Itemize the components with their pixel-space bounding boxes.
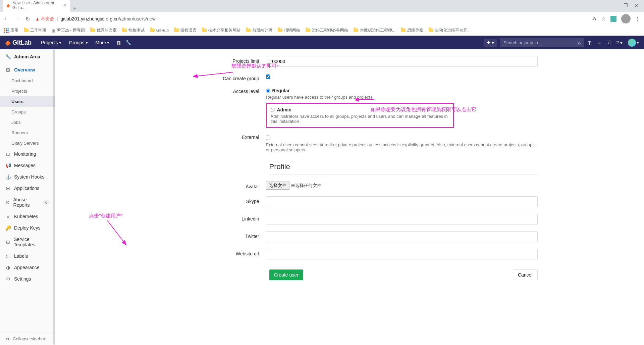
sidebar-item-appearance[interactable]: ◑Appearance [0,262,55,273]
count-badge: 0 [43,200,50,204]
tab-close-icon[interactable]: × [64,3,66,8]
scrollbar[interactable] [53,49,55,345]
sidebar-item-gitaly[interactable]: Gitaly Servers [0,138,55,148]
skype-input[interactable] [266,196,538,207]
abuse-icon: ⊘ [5,200,10,205]
main-content: Projects limit Can create group Access l… [55,49,644,345]
bookmark-item[interactable]: 思维导图 [401,28,423,33]
bookmark-item[interactable]: 优秀的文章 [90,28,117,33]
sidebar-item-service-templates[interactable]: ⊟Service Templates [0,234,55,250]
star-icon[interactable]: ☆ [601,16,606,21]
access-regular-radio[interactable] [266,89,270,93]
nav-groups[interactable]: Groups▾ [66,39,90,47]
bookmark-item[interactable]: 前后端分离 [246,28,272,33]
bookmark-item[interactable]: 运维工程师必备网站 [306,28,348,33]
sidebar-header: 🔧 Admin Area [0,49,55,64]
bookmark-item[interactable]: 工作常用 [24,28,46,33]
sidebar-item-projects[interactable]: Projects [0,86,55,96]
create-user-button[interactable]: Create user [269,269,303,280]
bookmarks-bar: 应用 工作常用 ▣尹正杰 - 博客园 优秀的文章 性格测试 GitHub 编程语… [0,26,644,36]
minimize-icon[interactable]: — [612,3,617,8]
todos-icon[interactable]: ☑ [606,40,611,45]
extension-icon[interactable] [610,16,616,22]
wrench-icon: 🔧 [5,54,11,59]
access-admin-radio[interactable] [271,108,275,112]
chevron-down-icon: ▾ [107,41,109,45]
linkedin-input[interactable] [266,214,538,225]
sidebar-item-settings[interactable]: ⚙Settings [0,273,55,285]
sidebar-item-monitoring[interactable]: ⊡Monitoring [0,148,55,160]
chevron-down-icon: ▾ [59,41,61,45]
back-icon[interactable]: ← [4,16,9,22]
global-search[interactable]: ⌕ [500,38,584,47]
megaphone-icon: 📢 [5,163,11,168]
nav-projects[interactable]: Projects▾ [38,39,64,47]
bookmark-item[interactable]: 技术分享相关网站 [202,28,240,33]
cancel-button[interactable]: Cancel [513,269,538,280]
forward-icon[interactable]: → [15,16,20,22]
issues-icon[interactable]: ◫ [587,40,592,45]
sidebar-item-dashboard[interactable]: Dashboard [0,76,55,86]
bookmark-item[interactable]: 编程语言 [174,28,197,33]
can-create-group-checkbox[interactable] [266,75,270,79]
sidebar-item-kubernetes[interactable]: ⎈Kubernetes [0,211,55,222]
reload-icon[interactable]: ↻ [25,16,30,22]
sidebar-item-overview[interactable]: ⊞Overview [0,64,55,76]
translate-icon[interactable]: ⁂ [592,16,597,21]
bookmark-item[interactable]: GitHub [150,28,169,33]
bookmark-item[interactable]: ▣尹正杰 - 博客园 [52,28,85,33]
help-icon[interactable]: ? ▾ [616,40,623,45]
projects-limit-input[interactable] [266,56,538,67]
sidebar-item-groups[interactable]: Groups [0,107,55,117]
chevron-down-icon: ▾ [86,41,88,45]
kebab-menu-icon[interactable]: ⋮ [635,16,640,21]
gear-icon: ⚙ [5,276,11,282]
bookmark-item[interactable]: 性格测试 [122,28,145,33]
activity-icon[interactable]: ▥ [116,40,121,45]
avatar-label: Avatar [216,182,266,189]
wrench-icon[interactable]: 🔧 [125,40,131,45]
admin-help-text: Administrators have access to all groups… [271,114,449,124]
chevron-left-icon: ≪ [5,336,10,341]
collapse-sidebar[interactable]: ≪Collapse sidebar [0,333,55,345]
maximize-icon[interactable]: ❐ [624,3,628,8]
sidebar-item-system-hooks[interactable]: ⚓System Hooks [0,171,55,183]
key-icon: 🔑 [5,225,11,231]
chevron-down-icon: ▾ [492,40,494,45]
browser-tab[interactable]: ◆ New User · Admin Area · GitLa... × [3,0,70,12]
new-tab-button[interactable]: + [70,5,80,12]
sidebar-item-applications[interactable]: ⊞Applications [0,183,55,194]
new-dropdown[interactable]: ✚▾ [484,39,497,47]
bookmark-item[interactable]: 自动化运维平台开... [429,28,471,33]
close-window-icon[interactable]: ✕ [635,3,639,8]
sidebar-item-labels[interactable]: 🏷Labels [0,250,55,262]
address-bar: ← → ↻ ▲ 不安全 | gitlab201.yinzhengjie.org.… [0,12,644,26]
bookmark-item[interactable]: 招聘网站 [278,28,300,33]
search-input[interactable] [503,40,578,45]
skype-label: Skype [216,196,266,204]
gitlab-favicon-icon: ◆ [6,3,10,8]
appearance-icon: ◑ [5,265,11,270]
divider [269,175,538,175]
plus-icon: ✚ [487,40,491,45]
choose-file-button[interactable]: 选择文件 [266,182,289,190]
profile-avatar[interactable] [621,14,631,23]
sidebar-item-abuse[interactable]: ⊘Abuse Reports0 [0,194,55,211]
apps-shortcut[interactable]: 应用 [4,28,18,33]
nav-more[interactable]: More▾ [93,39,112,47]
sidebar-item-deploy-keys[interactable]: 🔑Deploy Keys [0,222,55,234]
bookmark-item[interactable]: 大数据运维工程师... [354,28,395,33]
search-icon[interactable]: ⌕ [578,40,581,45]
sidebar-item-messages[interactable]: 📢Messages [0,160,55,171]
sidebar-item-jobs[interactable]: Jobs [0,117,55,128]
website-input[interactable] [266,249,538,259]
projects-limit-label: Projects limit [216,56,266,64]
sidebar-item-runners[interactable]: Runners [0,128,55,138]
merge-request-icon[interactable]: ⥿ [597,40,601,45]
external-checkbox[interactable] [266,136,270,140]
gitlab-brand[interactable]: ◆ GitLab [5,39,32,47]
user-menu[interactable]: ▾ [628,39,639,47]
url-field[interactable]: ▲ 不安全 | gitlab201.yinzhengjie.org.cn/adm… [35,16,587,22]
twitter-input[interactable] [266,231,538,242]
sidebar-item-users[interactable]: Users [0,96,55,107]
